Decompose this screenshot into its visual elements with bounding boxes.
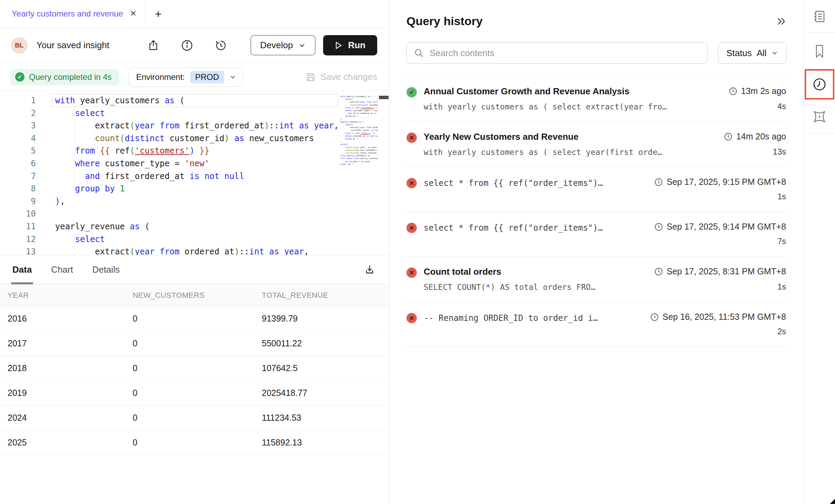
sql-code-editor[interactable]: 1with yearly_customers as (2 select3 ext…: [0, 91, 389, 255]
query-code-preview: with yearly_customers as ( select extrac…: [424, 102, 720, 111]
table-cell: 0: [133, 363, 262, 373]
column-header-new-customers: NEW_CUSTOMERS: [133, 291, 262, 300]
bookmarks-button[interactable]: [812, 44, 827, 59]
query-title: Annual Customer Growth and Revenue Analy…: [424, 86, 720, 97]
query-duration: 1s: [777, 192, 786, 201]
tab-yearly-customers-and-revenue[interactable]: Yearly customers and revenue ✕: [0, 0, 145, 27]
save-changes-button[interactable]: Save changes: [306, 72, 377, 82]
window-resize-handle[interactable]: [830, 499, 835, 504]
history-icon: [214, 39, 227, 52]
info-button[interactable]: [180, 39, 194, 52]
query-run-time: Sep 16, 2025, 11:53 PM GMT+8: [650, 312, 786, 322]
query-history-button-active[interactable]: [805, 69, 834, 99]
explore-button[interactable]: [812, 109, 827, 124]
environment-selector[interactable]: Environment: PROD: [128, 67, 243, 87]
query-code-preview: with yearly_customers as ( select year(f…: [424, 148, 715, 157]
query-title: Count total orders: [424, 266, 646, 277]
tab-chart[interactable]: Chart: [51, 255, 73, 284]
table-cell: 0: [133, 388, 262, 398]
version-history-button[interactable]: [214, 39, 228, 52]
line-number: 12: [0, 233, 38, 246]
query-duration: 2s: [777, 327, 786, 336]
line-number: 7: [0, 170, 38, 183]
table-cell: 115892.13: [262, 438, 389, 448]
clock-icon: [654, 267, 663, 276]
code-lines[interactable]: 1with yearly_customers as (2 select3 ext…: [0, 94, 340, 255]
query-history-title: Query history: [406, 14, 776, 28]
error-status-icon: ✕: [406, 313, 417, 323]
share-button[interactable]: [146, 39, 160, 52]
code-line[interactable]: 9),: [0, 195, 340, 208]
search-icon: [414, 48, 424, 58]
table-row: 201902025418.77: [0, 381, 389, 406]
code-line[interactable]: 4 count(distinct customer_id) as new_cus…: [0, 132, 340, 145]
share-icon: [147, 39, 159, 52]
query-history-item[interactable]: ✕select * from {{ ref("order_items")…Sep…: [406, 167, 787, 212]
editor-minimap[interactable]: with yearly_customers as ( select extrac…: [340, 95, 378, 178]
info-icon: [181, 39, 194, 52]
code-line[interactable]: 3 extract(year from first_ordered_at)::i…: [0, 119, 340, 132]
line-number: 4: [0, 132, 38, 145]
query-history-item[interactable]: ✕Yearly New Customers and Revenuewith ye…: [406, 122, 787, 167]
code-line[interactable]: 6 where customer_type = 'new': [0, 157, 340, 170]
query-code-preview: -- Renaming ORDER_ID to order_id i…: [424, 313, 642, 323]
search-box[interactable]: [406, 42, 708, 64]
query-history-item[interactable]: ✕Count total ordersSELECT COUNT(*) AS to…: [406, 257, 787, 302]
notebook-button[interactable]: [812, 9, 827, 24]
code-line[interactable]: 1with yearly_customers as (: [0, 94, 340, 107]
close-tab-icon[interactable]: ✕: [130, 9, 136, 18]
line-number: 1: [0, 94, 38, 107]
new-tab-button[interactable]: +: [155, 8, 162, 20]
code-line[interactable]: 2 select: [0, 107, 340, 120]
table-row: 20240111234.53: [0, 406, 389, 430]
develop-label: Develop: [260, 40, 293, 51]
query-duration: 13s: [773, 147, 786, 157]
bookmark-icon: [813, 44, 826, 59]
code-line[interactable]: 12 select: [0, 233, 340, 246]
code-line[interactable]: 10: [0, 208, 340, 220]
chevron-down-icon: [229, 74, 236, 81]
table-cell: 0: [133, 413, 262, 423]
editor-scrollbar-thumb[interactable]: [379, 96, 389, 99]
query-run-time: Sep 17, 2025, 9:15 PM GMT+8: [654, 177, 786, 187]
code-line[interactable]: 13 extract(year from ordered_at)::int as…: [0, 245, 340, 255]
table-cell: 550011.22: [262, 338, 389, 348]
status-filter-dropdown[interactable]: Status All: [718, 42, 787, 64]
table-cell: 0: [133, 338, 262, 348]
error-status-icon: ✕: [406, 267, 417, 278]
table-cell: 2025418.77: [262, 388, 389, 398]
run-button[interactable]: Run: [323, 35, 377, 55]
line-number: 3: [0, 119, 38, 132]
collapse-panel-button[interactable]: [776, 17, 787, 26]
query-run-time: Sep 17, 2025, 9:14 PM GMT+8: [654, 222, 786, 232]
query-history-item[interactable]: ✕select * from {{ ref("order_items")…Sep…: [406, 212, 787, 257]
query-history-panel: Query history Status Al: [389, 0, 803, 504]
clock-icon: [812, 77, 827, 92]
tab-details[interactable]: Details: [92, 255, 120, 284]
query-run-time: 14m 20s ago: [724, 132, 786, 141]
chevron-down-icon: [771, 50, 778, 56]
code-line[interactable]: 8 group by 1: [0, 182, 340, 195]
query-history-item[interactable]: ✓Annual Customer Growth and Revenue Anal…: [406, 76, 787, 122]
chevron-down-icon: [298, 42, 306, 49]
query-status-text: Query completed in 4s: [29, 72, 112, 82]
avatar: BL: [11, 37, 28, 54]
search-input[interactable]: [430, 48, 700, 59]
clock-icon: [729, 87, 738, 96]
tab-data[interactable]: Data: [12, 255, 32, 284]
query-run-time: Sep 17, 2025, 8:31 PM GMT+8: [654, 266, 786, 276]
download-results-button[interactable]: [363, 263, 377, 277]
line-number: 5: [0, 145, 38, 157]
right-icon-toolbar: [803, 0, 835, 504]
code-line[interactable]: 11yearly_revenue as (: [0, 220, 340, 233]
line-number: 11: [0, 220, 38, 233]
results-toolbar: Data Chart Details: [0, 255, 389, 284]
code-line[interactable]: 5 from {{ ref('customers') }}: [0, 145, 340, 157]
query-run-time: 13m 2s ago: [729, 86, 786, 96]
tab-bar: Yearly customers and revenue ✕ +: [0, 0, 389, 28]
code-line[interactable]: 7 and first_ordered_at is not null: [0, 170, 340, 183]
run-label: Run: [348, 40, 365, 51]
line-number: 6: [0, 157, 38, 170]
develop-button[interactable]: Develop: [250, 35, 316, 55]
query-history-item[interactable]: ✕-- Renaming ORDER_ID to order_id i…Sep …: [406, 302, 787, 347]
